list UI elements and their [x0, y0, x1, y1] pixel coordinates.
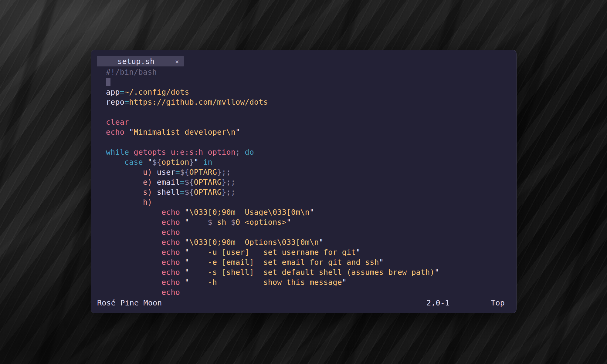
tab-filename: setup.sh	[97, 57, 175, 66]
code-token: getopts u:e:s:h option	[134, 148, 236, 157]
code-token	[189, 218, 208, 227]
code-token: shell	[157, 188, 180, 197]
code-token	[106, 228, 161, 237]
code-token: user	[157, 168, 175, 177]
code-token: $	[208, 218, 212, 227]
code-token: echo	[161, 228, 180, 237]
code-token	[106, 218, 161, 227]
tab-setup-sh[interactable]: setup.sh ✕	[97, 56, 184, 66]
code-token	[106, 278, 161, 287]
code-token: OPTARG	[194, 188, 222, 197]
code-token: ${	[185, 178, 194, 187]
code-token	[106, 288, 161, 297]
code-token: "	[319, 238, 324, 247]
code-token	[106, 238, 161, 247]
code-line: s) shell=${OPTARG};;	[106, 187, 516, 197]
code-token	[106, 258, 161, 267]
code-token: "	[194, 158, 203, 167]
code-token: echo	[161, 268, 180, 277]
code-token: }	[189, 158, 194, 167]
code-token: echo	[161, 238, 180, 247]
code-token: OPTARG	[194, 178, 222, 187]
code-line: while getopts u:e:s:h option; do	[106, 147, 516, 157]
code-token: ${	[185, 188, 194, 197]
code-token: OPTARG	[189, 168, 217, 177]
code-token: s)	[143, 188, 157, 197]
code-token	[106, 168, 143, 177]
code-token: "	[180, 248, 189, 257]
scroll-position: Top	[491, 298, 505, 307]
code-token: "	[356, 248, 361, 257]
code-line: echo " -e [email] set email for git and …	[106, 257, 516, 267]
code-token: "	[180, 268, 189, 277]
code-token: "	[180, 218, 189, 227]
code-token: echo	[161, 248, 180, 257]
code-token: app	[106, 88, 120, 96]
code-token	[106, 158, 124, 167]
code-token: -e [email] set email for git and ssh	[189, 258, 379, 267]
code-token: "	[342, 278, 347, 287]
code-line: echo " -s [shell] set default shell (ass…	[106, 267, 516, 277]
code-token: ;	[236, 148, 245, 157]
code-token: 0 <options>	[236, 218, 287, 227]
code-token: -h show this message	[189, 278, 342, 287]
code-token: repo	[106, 98, 124, 106]
code-line: echo	[106, 287, 516, 297]
cursor	[106, 78, 110, 86]
code-token	[106, 208, 161, 217]
code-token: "	[236, 128, 240, 136]
code-token: echo	[161, 208, 180, 217]
code-token: };;	[222, 178, 236, 187]
code-line: h)	[106, 197, 516, 207]
code-token: "	[287, 218, 291, 227]
code-token: in	[203, 158, 212, 167]
code-line: echo "Minimalist developer\n"	[106, 127, 516, 137]
code-token: =	[120, 88, 124, 96]
code-line: echo "\033[0;90m Options\033[0m\n"	[106, 237, 516, 247]
code-line: echo "\033[0;90m Usage\033[0m\n"	[106, 207, 516, 217]
code-line	[106, 77, 516, 87]
code-token: ${	[180, 168, 189, 177]
code-token: ${	[152, 158, 162, 167]
code-token: echo	[161, 258, 180, 267]
code-token: -u [user] set username for git	[189, 248, 356, 257]
code-line: case "${option}" in	[106, 157, 516, 167]
code-line	[106, 137, 516, 147]
code-token: sh	[212, 218, 231, 227]
code-token: "	[435, 268, 439, 277]
code-token: echo	[161, 288, 180, 297]
code-token: =	[175, 168, 180, 177]
code-editor[interactable]: #!/bin/bashapp=~/.config/dotsrepo=https:…	[91, 66, 516, 297]
code-line: repo=https://github.com/mvllow/dots	[106, 97, 516, 107]
code-line: echo " -h show this message"	[106, 277, 516, 287]
code-token: "	[124, 128, 134, 136]
code-token: };;	[222, 188, 236, 197]
code-token	[106, 178, 143, 187]
code-line: echo	[106, 227, 516, 237]
code-token: e)	[143, 178, 157, 187]
code-token: =	[180, 178, 185, 187]
code-token: "	[180, 208, 189, 217]
code-line: clear	[106, 117, 516, 127]
code-token: u)	[143, 168, 157, 177]
code-token: h)	[143, 198, 152, 207]
code-token	[129, 148, 134, 157]
close-icon[interactable]: ✕	[175, 59, 179, 64]
statusline: Rosé Pine Moon 2,0-1 Top	[91, 297, 516, 309]
code-token: \033[0;90m Usage\033[0m\n	[189, 208, 310, 217]
code-lines: #!/bin/bashapp=~/.config/dotsrepo=https:…	[106, 67, 516, 297]
code-token	[106, 188, 143, 197]
code-token: echo	[161, 218, 180, 227]
code-token: -s [shell] set default shell (assumes br…	[189, 268, 435, 277]
code-token: Minimalist developer\n	[134, 128, 236, 136]
code-token: do	[245, 148, 254, 157]
code-token: "	[143, 158, 152, 167]
code-line: e) email=${OPTARG};;	[106, 177, 516, 187]
code-line: #!/bin/bash	[106, 67, 516, 77]
code-line: echo " -u [user] set username for git"	[106, 247, 516, 257]
code-token: email	[157, 178, 180, 187]
code-token: =	[180, 188, 185, 197]
editor-window: setup.sh ✕ #!/bin/bashapp=~/.config/dots…	[91, 50, 517, 313]
code-token: =	[124, 98, 129, 106]
code-token: #!/bin/bash	[106, 68, 157, 76]
